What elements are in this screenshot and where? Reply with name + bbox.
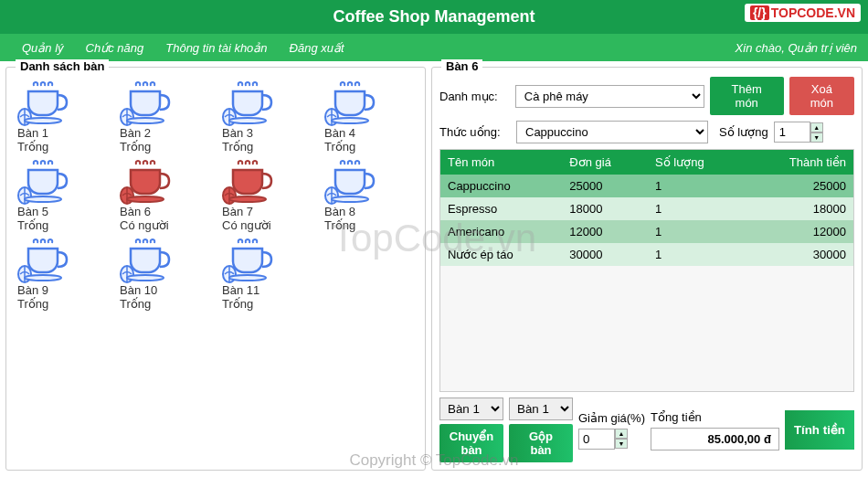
table-status: Trống <box>17 297 107 311</box>
svg-point-7 <box>332 118 368 123</box>
table-name: Bàn 3 <box>222 126 312 140</box>
welcome-text: Xin chào, Quản trị viên <box>736 41 857 55</box>
drink-label: Thức uống: <box>439 125 511 139</box>
discount-up-button[interactable]: ▲ <box>615 429 628 439</box>
discount-label: Giảm giá(%) <box>578 411 645 425</box>
quantity-stepper[interactable]: ▲ ▼ <box>774 122 823 143</box>
table-name: Bàn 4 <box>324 126 414 140</box>
menu-item-1[interactable]: Chức năng <box>75 41 155 55</box>
add-item-button[interactable]: Thêm món <box>710 77 784 115</box>
table-status: Trống <box>324 218 414 232</box>
table-item-2[interactable]: Bàn 2 Trống <box>120 80 209 154</box>
discount-input[interactable] <box>578 429 615 450</box>
table-status: Trống <box>120 297 209 311</box>
table-name: Bàn 7 <box>222 205 312 218</box>
coffee-cup-icon <box>324 159 414 205</box>
coffee-cup-icon <box>222 238 312 283</box>
calculate-button[interactable]: Tính tiền <box>785 410 854 450</box>
table-item-6[interactable]: Bàn 6 Có người <box>120 159 209 232</box>
coffee-cup-icon <box>222 159 312 205</box>
table-status: Trống <box>120 140 209 154</box>
table-name: Bàn 8 <box>324 205 414 218</box>
order-table[interactable]: Tên mónĐơn giáSố lượngThành tiền Cappucc… <box>439 149 854 392</box>
table-row[interactable]: Cappuccino25000125000 <box>440 175 853 197</box>
table-name: Bàn 10 <box>120 283 209 297</box>
svg-point-11 <box>127 196 164 202</box>
total-value: 85.000,00 đ <box>651 428 779 450</box>
table-name: Bàn 5 <box>17 205 107 218</box>
drink-select[interactable]: Cappuccino <box>516 121 708 143</box>
discount-stepper[interactable]: ▲ ▼ <box>578 429 645 450</box>
table-item-8[interactable]: Bàn 8 Trống <box>324 159 414 232</box>
menu-bar: Quản lýChức năngThông tin tài khoảnĐăng … <box>0 34 868 61</box>
svg-point-21 <box>229 275 266 281</box>
column-header[interactable]: Thành tiền <box>745 150 853 175</box>
table-list-title: Danh sách bàn <box>16 59 109 73</box>
table-item-10[interactable]: Bàn 10 Trống <box>120 238 209 311</box>
table-item-3[interactable]: Bàn 3 Trống <box>222 80 312 154</box>
table-status: Có người <box>222 218 312 232</box>
order-panel-title: Bàn 6 <box>441 59 482 73</box>
svg-point-15 <box>332 196 368 202</box>
table-status: Trống <box>17 218 107 232</box>
menu-item-2[interactable]: Thông tin tài khoản <box>154 41 278 55</box>
discount-down-button[interactable]: ▼ <box>615 439 628 449</box>
total-label: Tổng tiền <box>651 410 779 424</box>
coffee-cup-icon <box>324 80 414 126</box>
table-name: Bàn 2 <box>120 126 209 140</box>
menu-item-0[interactable]: Quản lý <box>11 41 75 55</box>
svg-point-13 <box>229 196 266 202</box>
menu-item-3[interactable]: Đăng xuất <box>279 41 355 55</box>
table-row[interactable]: Nước ép táo30000130000 <box>440 243 853 266</box>
table-row[interactable]: Espresso18000118000 <box>440 197 853 220</box>
table-status: Trống <box>222 297 312 311</box>
table-row[interactable]: Americano12000112000 <box>440 220 853 243</box>
table-status: Trống <box>222 140 312 154</box>
remove-item-button[interactable]: Xoá món <box>789 77 854 115</box>
table-item-1[interactable]: Bàn 1 Trống <box>17 80 107 154</box>
coffee-cup-icon <box>120 80 209 126</box>
svg-point-9 <box>25 196 61 202</box>
table-item-4[interactable]: Bàn 4 Trống <box>324 80 414 154</box>
coffee-cup-icon <box>120 238 209 283</box>
table-name: Bàn 9 <box>17 283 107 297</box>
table-item-9[interactable]: Bàn 9 Trống <box>17 238 107 311</box>
move-table-button[interactable]: Chuyển bàn <box>439 424 503 462</box>
quantity-label: Số lượng <box>719 125 768 139</box>
table-item-11[interactable]: Bàn 11 Trống <box>222 238 312 311</box>
logo: {/}TOPCODE.VN <box>745 4 861 22</box>
order-panel: Bàn 6 Danh mục: Cà phê máy Thêm món Xoá … <box>431 67 863 471</box>
move-from-select[interactable]: Bàn 1 <box>439 398 503 420</box>
table-status: Trống <box>324 140 414 154</box>
table-name: Bàn 11 <box>222 283 312 297</box>
svg-point-19 <box>127 275 164 281</box>
title-bar: Coffee Shop Management {/}TOPCODE.VN <box>0 0 868 34</box>
category-select[interactable]: Cà phê máy <box>515 85 704 108</box>
coffee-cup-icon <box>17 159 107 205</box>
merge-table-button[interactable]: Gộp bàn <box>509 424 573 462</box>
table-name: Bàn 6 <box>120 205 209 218</box>
table-name: Bàn 1 <box>17 126 107 140</box>
table-status: Có người <box>120 218 209 232</box>
app-title: Coffee Shop Management <box>333 7 535 26</box>
table-list-panel: Danh sách bàn Bàn 1 Trống Bàn 2 Trống Bà… <box>5 67 426 471</box>
category-label: Danh mục: <box>439 90 510 103</box>
table-item-7[interactable]: Bàn 7 Có người <box>222 159 312 232</box>
move-to-select[interactable]: Bàn 1 <box>509 398 573 420</box>
qty-up-button[interactable]: ▲ <box>810 122 823 132</box>
coffee-cup-icon <box>17 238 107 283</box>
coffee-cup-icon <box>17 80 107 126</box>
svg-point-3 <box>127 118 164 123</box>
coffee-cup-icon <box>222 80 312 126</box>
coffee-cup-icon <box>120 159 209 205</box>
svg-point-5 <box>229 118 266 123</box>
column-header[interactable]: Số lượng <box>648 150 745 175</box>
svg-point-17 <box>25 275 61 281</box>
table-item-5[interactable]: Bàn 5 Trống <box>17 159 107 232</box>
column-header[interactable]: Đơn giá <box>562 150 648 175</box>
column-header[interactable]: Tên món <box>440 150 562 175</box>
quantity-input[interactable] <box>774 122 810 143</box>
qty-down-button[interactable]: ▼ <box>810 132 823 143</box>
table-status: Trống <box>17 140 107 154</box>
svg-point-1 <box>25 118 61 123</box>
